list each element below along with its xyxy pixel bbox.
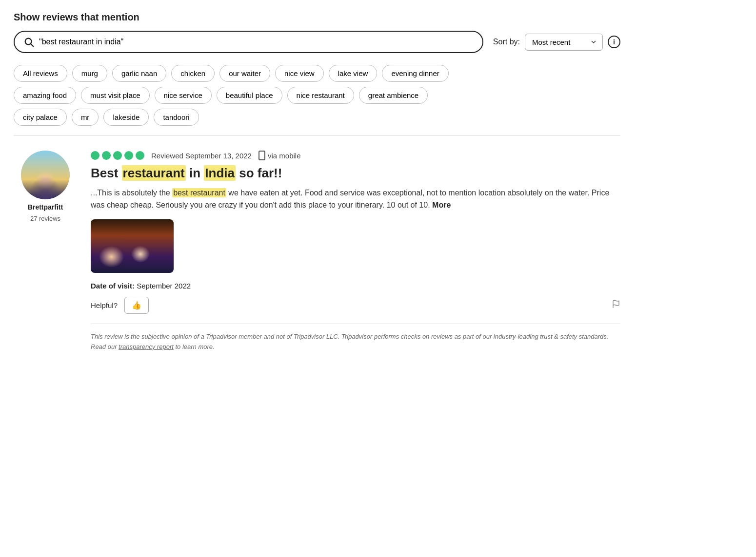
review-title: Best restaurant in India so far!! — [91, 165, 620, 182]
search-sort-row: Sort by: Most recent Most helpful Highes… — [14, 31, 620, 53]
date-value: September 2022 — [137, 282, 191, 290]
tag-chicken[interactable]: chicken — [171, 65, 215, 82]
search-box — [14, 31, 483, 53]
tag-must-visit-place[interactable]: must visit place — [81, 87, 150, 104]
tag-all-reviews[interactable]: All reviews — [14, 65, 67, 82]
tag-city-palace[interactable]: city palace — [14, 109, 67, 126]
tag-beautiful-place[interactable]: beautiful place — [217, 87, 282, 104]
flag-button[interactable] — [612, 300, 620, 310]
rating-dot-2 — [102, 151, 111, 160]
via-mobile: via mobile — [259, 151, 301, 160]
body-highlight: best restaurant — [172, 188, 226, 197]
tag-nice-service[interactable]: nice service — [155, 87, 212, 104]
avatar-image — [21, 151, 70, 199]
tag-garlic-naan[interactable]: garlic naan — [112, 65, 166, 82]
tag-our-waiter[interactable]: our waiter — [219, 65, 270, 82]
helpful-row: Helpful? 👍 — [91, 297, 620, 314]
tag-great-ambience[interactable]: great ambience — [359, 87, 428, 104]
date-of-visit: Date of visit: September 2022 — [91, 282, 620, 290]
reviewer-review-count: 27 reviews — [30, 215, 60, 222]
tag-evening-dinner[interactable]: evening dinner — [382, 65, 448, 82]
flag-icon — [612, 300, 620, 308]
tag-murg[interactable]: murg — [72, 65, 107, 82]
disclaimer-link[interactable]: transparency report — [119, 343, 174, 350]
review-photo[interactable] — [91, 219, 174, 273]
reviewer-info: Brettparfitt 27 reviews — [14, 151, 77, 352]
sort-select[interactable]: Most recent Most helpful Highest rating … — [525, 34, 603, 51]
tags-section: All reviews murg garlic naan chicken our… — [14, 65, 620, 126]
via-mobile-text: via mobile — [268, 152, 301, 160]
sort-row: Sort by: Most recent Most helpful Highes… — [493, 34, 620, 51]
avatar — [21, 151, 70, 199]
rating-dot-5 — [136, 151, 144, 160]
tag-nice-view[interactable]: nice view — [275, 65, 324, 82]
rating-dots — [91, 151, 144, 160]
tag-nice-restaurant[interactable]: nice restaurant — [287, 87, 354, 104]
rating-dot-4 — [124, 151, 133, 160]
title-highlight-restaurant: restaurant — [122, 165, 186, 181]
tags-row-2: amazing food must visit place nice servi… — [14, 87, 620, 104]
rating-dot-3 — [113, 151, 122, 160]
tag-lakeside[interactable]: lakeside — [103, 109, 149, 126]
tags-row-3: city palace mr lakeside tandoori — [14, 109, 620, 126]
title-suffix: so far!! — [236, 166, 282, 180]
tag-amazing-food[interactable]: amazing food — [14, 87, 76, 104]
review-body: ...This is absolutely the best restauran… — [91, 187, 620, 211]
thumbs-up-icon: 👍 — [132, 301, 141, 310]
info-icon[interactable]: i — [608, 36, 620, 48]
reviewed-date: Reviewed September 13, 2022 — [151, 152, 252, 160]
review-photo-image — [91, 219, 174, 273]
helpful-button[interactable]: 👍 — [124, 297, 149, 314]
section-divider — [14, 135, 620, 136]
reviewer-name: Brettparfitt — [28, 203, 63, 211]
svg-line-1 — [31, 44, 33, 46]
disclaimer: This review is the subjective opinion of… — [91, 324, 620, 352]
body-prefix: ...This is absolutely the — [91, 189, 172, 197]
show-reviews-label: Show reviews that mention — [14, 12, 620, 23]
search-icon — [23, 37, 34, 47]
title-middle: in — [186, 166, 204, 180]
helpful-label: Helpful? — [91, 301, 118, 309]
more-link[interactable]: More — [432, 201, 451, 209]
mobile-icon — [259, 151, 265, 160]
tag-tandoori[interactable]: tandoori — [154, 109, 199, 126]
tag-mr[interactable]: mr — [72, 109, 99, 126]
rating-dot-1 — [91, 151, 99, 160]
review-section: Brettparfitt 27 reviews Reviewed Septemb… — [14, 146, 620, 352]
sort-label: Sort by: — [493, 38, 520, 46]
helpful-left: Helpful? 👍 — [91, 297, 149, 314]
show-reviews-header: Show reviews that mention — [14, 12, 620, 23]
tag-lake-view[interactable]: lake view — [329, 65, 378, 82]
disclaimer-suffix: to learn more. — [175, 343, 214, 350]
tags-row-1: All reviews murg garlic naan chicken our… — [14, 65, 620, 82]
search-input[interactable] — [39, 38, 474, 46]
title-highlight-india: India — [204, 165, 236, 181]
date-label: Date of visit: — [91, 282, 135, 290]
title-prefix: Best — [91, 166, 122, 180]
review-meta: Reviewed September 13, 2022 via mobile — [91, 151, 620, 160]
review-content: Reviewed September 13, 2022 via mobile B… — [91, 151, 620, 352]
